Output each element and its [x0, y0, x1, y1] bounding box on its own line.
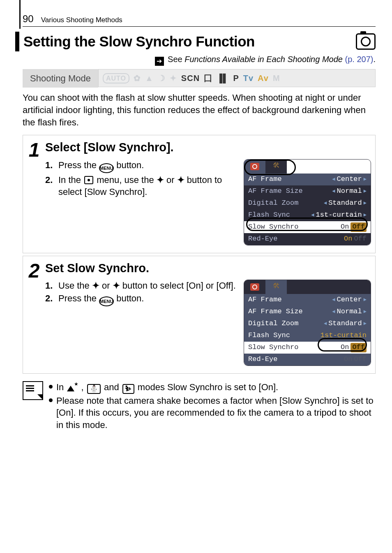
step-number: 1: [23, 139, 45, 245]
screenshot-1: 🛠 AF Frame◀Center▶ AF Frame Size◀Normal▶…: [244, 159, 371, 245]
heading-block: Setting the Slow Synchro Function: [23, 32, 376, 51]
intro-text: You can shoot with the flash at slow shu…: [23, 92, 376, 128]
notes-block: In , ⛄ and ⛷ modes Slow Synchro is set t…: [23, 381, 376, 432]
see-dot: .: [373, 55, 376, 64]
section-title: Various Shooting Methods: [41, 16, 122, 25]
down-arrow-icon: ✦: [177, 175, 184, 185]
night-scene-icon: [67, 383, 78, 391]
step-instructions: 1. Use the ✦ or ✦ button to select [On] …: [45, 280, 238, 366]
see-italic: Functions Available in Each Shooting Mod…: [184, 55, 343, 64]
mode-av-icon: Av: [258, 73, 269, 84]
substep-text: or: [99, 280, 113, 291]
menu-row: Slow SynchroOn Off: [244, 342, 371, 354]
step-instructions: 1. Press the MENU button. 2. In the menu…: [45, 159, 238, 245]
mode-auto-icon: AUTO: [103, 73, 129, 84]
screenshot-2: 🛠 AF Frame◀Center▶ AF Frame Size◀Normal▶…: [244, 280, 371, 366]
shooting-mode-row: Shooting Mode AUTO ✿ ▲ ☽ ✦ SCN ⼞ ▐▌ P Tv…: [23, 69, 376, 88]
mode-scn-icon: SCN: [181, 73, 200, 84]
menu-row: Slow SynchroOn Off: [244, 221, 371, 233]
tools-tab-icon: 🛠: [265, 160, 287, 174]
see-page-link[interactable]: (p. 207): [345, 55, 374, 64]
camera-tab-icon: [244, 160, 265, 174]
substep-label: 2.: [45, 292, 56, 306]
page-number: 90: [23, 12, 34, 25]
see-prefix: See: [168, 55, 184, 64]
substep-text: button.: [114, 293, 144, 303]
rec-menu-icon: [84, 176, 93, 184]
mode-tv-icon: Tv: [243, 73, 254, 84]
menu-row: Red-EyeOn Off: [244, 354, 371, 366]
mode-stitch-icon: ⼞: [204, 73, 212, 84]
substep-text: In the: [58, 175, 83, 185]
page-header: 90 Various Shooting Methods: [23, 12, 376, 27]
indoor-mode-icon: ⛄: [87, 384, 101, 394]
left-arrow-icon: ✦: [92, 280, 99, 291]
menu-row: AF Frame Size◀Normal▶: [244, 185, 371, 197]
shooting-mode-label: Shooting Mode: [23, 69, 98, 88]
substep-label: 1.: [45, 159, 56, 173]
mode-landscape-icon: ▲: [145, 73, 154, 84]
menu-row: AF Frame Size◀Normal▶: [244, 306, 371, 318]
menu-row: Flash Sync1st-curtain: [244, 330, 371, 342]
substep-label: 2.: [45, 174, 56, 198]
substep-text: Press the: [58, 160, 99, 170]
mode-night-icon: ☽: [158, 73, 166, 84]
tools-tab-icon: 🛠: [265, 280, 287, 294]
menu-row: Red-EyeOn Off: [244, 233, 371, 245]
camera-tab-icon: [244, 280, 265, 294]
camera-icon: [356, 33, 376, 50]
step-number: 2: [23, 260, 45, 366]
page-title: Setting the Slow Synchro Function: [23, 32, 255, 51]
menu-row: AF Frame◀Center▶: [244, 294, 371, 306]
menu-button-icon: MENU: [99, 296, 114, 306]
note-item: In , ⛄ and ⛷ modes Slow Synchro is set t…: [49, 381, 376, 394]
mode-quick-icon: ✿: [134, 73, 141, 84]
menu-row: Digital Zoom◀Standard▶: [244, 197, 371, 209]
step-2: 2 Set Slow Synchro. 1. Use the ✦ or ✦ bu…: [23, 256, 376, 374]
step-1: 1 Select [Slow Synchro]. 1. Press the ME…: [23, 135, 376, 253]
arrow-icon: ➔: [155, 57, 164, 66]
note-item: Please note that camera shake becomes a …: [49, 395, 376, 431]
substep-text: menu, use the: [94, 175, 157, 185]
substep-text: Use the: [58, 280, 92, 291]
step-title: Select [Slow Synchro].: [45, 139, 371, 155]
night-snapshot-icon: ⛷: [122, 384, 134, 394]
substep-text: or: [164, 175, 177, 185]
menu-button-icon: MENU: [99, 163, 114, 173]
substep-text: Press the: [58, 293, 99, 303]
see-reference: ➔ See Functions Available in Each Shooti…: [23, 54, 376, 66]
substep-text: button.: [114, 160, 144, 170]
mode-kids-icon: ✦: [170, 73, 177, 84]
menu-row: AF Frame◀Center▶: [244, 174, 371, 185]
step-title: Set Slow Synchro.: [45, 260, 371, 276]
mode-m-icon: M: [273, 73, 280, 84]
substep-label: 1.: [45, 280, 56, 292]
mode-p-icon: P: [233, 73, 239, 84]
menu-row: Flash Sync◀1st-curtain▶: [244, 209, 371, 221]
up-arrow-icon: ✦: [157, 175, 164, 185]
menu-row: Digital Zoom◀Standard▶: [244, 318, 371, 330]
note-icon: [23, 381, 43, 400]
right-arrow-icon: ✦: [113, 280, 120, 291]
shooting-mode-band: AUTO ✿ ▲ ☽ ✦ SCN ⼞ ▐▌ P Tv Av M: [98, 69, 376, 87]
substep-text: button to select [On] or [Off].: [120, 280, 236, 291]
mode-movie-icon: ▐▌: [217, 73, 229, 84]
